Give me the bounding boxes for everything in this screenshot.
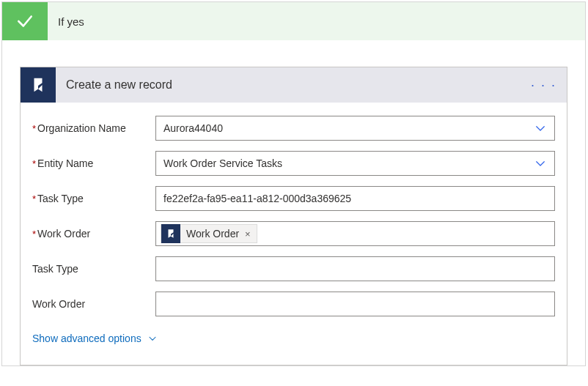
condition-title: If yes: [58, 15, 84, 28]
field-row-task-type-opt: Task Type: [32, 256, 555, 281]
advanced-label: Show advanced options: [32, 333, 142, 344]
card-title: Create a new record: [66, 78, 172, 92]
token-label: Work Order: [182, 228, 243, 240]
field-row-entity-name: * Entity Name Work Order Service Tasks: [32, 151, 555, 176]
action-card: Create a new record · · · * Organization…: [20, 67, 567, 365]
required-mark: *: [32, 158, 36, 169]
task-type-opt-input[interactable]: [155, 256, 555, 281]
field-row-work-order-req: * Work Order: [32, 221, 555, 246]
field-label: * Work Order: [32, 228, 155, 240]
label-text: Work Order: [37, 228, 90, 240]
token-remove-button[interactable]: ×: [243, 229, 257, 240]
label-text: Task Type: [37, 193, 84, 204]
dropdown-value: Work Order Service Tasks: [163, 157, 528, 169]
input-value: fe22ef2a-fa95-ea11-a812-000d3a369625: [163, 193, 547, 204]
field-label: * Organization Name: [32, 122, 155, 134]
work-order-input[interactable]: Work Order ×: [155, 221, 555, 246]
card-header[interactable]: Create a new record · · ·: [21, 67, 567, 103]
field-label: * Task Type: [32, 193, 155, 204]
show-advanced-options-button[interactable]: Show advanced options: [32, 333, 158, 344]
label-text: Task Type: [32, 263, 78, 275]
card-area: Create a new record · · · * Organization…: [2, 40, 585, 365]
organization-name-dropdown[interactable]: Aurora44040: [155, 116, 555, 141]
field-row-work-order-opt: Work Order: [32, 292, 555, 316]
chevron-down-icon: [147, 333, 158, 344]
chevron-down-icon: [534, 122, 547, 135]
more-options-button[interactable]: · · ·: [531, 67, 556, 103]
dropdown-value: Aurora44040: [163, 122, 528, 134]
required-mark: *: [32, 229, 36, 240]
task-type-input[interactable]: fe22ef2a-fa95-ea11-a812-000d3a369625: [155, 186, 555, 211]
dynamics-icon: [161, 224, 180, 243]
work-order-opt-input[interactable]: [155, 292, 555, 316]
field-label: Work Order: [32, 298, 155, 310]
field-row-task-type-req: * Task Type fe22ef2a-fa95-ea11-a812-000d…: [32, 186, 555, 211]
condition-header[interactable]: If yes: [2, 2, 585, 40]
required-mark: *: [32, 193, 36, 204]
label-text: Entity Name: [37, 157, 93, 169]
label-text: Organization Name: [37, 122, 126, 134]
condition-branch-container: If yes Create a new record · · · *: [1, 1, 586, 366]
dynamics-icon: [21, 67, 56, 103]
field-label: Task Type: [32, 263, 155, 275]
dynamic-content-token[interactable]: Work Order ×: [161, 224, 257, 243]
entity-name-dropdown[interactable]: Work Order Service Tasks: [155, 151, 555, 176]
required-mark: *: [32, 123, 36, 134]
field-label: * Entity Name: [32, 157, 155, 169]
chevron-down-icon: [534, 157, 547, 170]
label-text: Work Order: [32, 298, 85, 310]
field-row-organization-name: * Organization Name Aurora44040: [32, 116, 555, 141]
check-icon: [2, 2, 48, 40]
card-body: * Organization Name Aurora44040: [21, 103, 567, 365]
